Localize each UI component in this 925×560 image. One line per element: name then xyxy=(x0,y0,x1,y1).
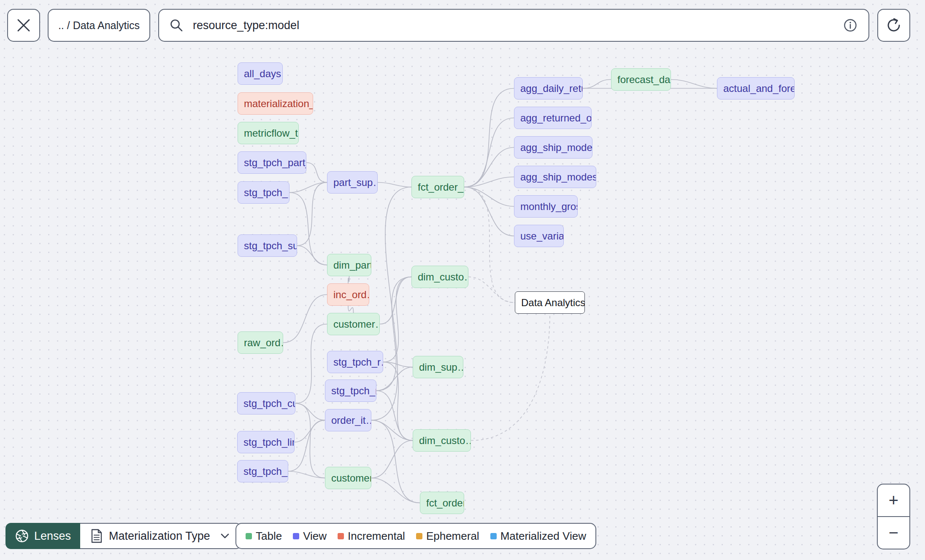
graph-node-agg_ship_ha[interactable]: agg_ship_modes_ha… xyxy=(514,166,596,188)
graph-node-customer1[interactable]: customer… xyxy=(327,313,380,335)
graph-node-monthly[interactable]: monthly_gross… xyxy=(514,195,578,218)
chevron-down-icon xyxy=(219,530,230,541)
info-icon[interactable] xyxy=(842,17,858,33)
lineage-edge-dashed xyxy=(471,314,550,441)
close-icon xyxy=(16,18,31,32)
graph-node-stg_part[interactable]: stg_tpch_part_… xyxy=(238,151,306,174)
lineage-edge xyxy=(295,404,325,478)
lineage-edge xyxy=(376,391,413,441)
breadcrumb[interactable]: .. / Data Analytics xyxy=(48,9,150,42)
graph-node-exposure[interactable]: Data Analytics | … xyxy=(515,291,585,314)
graph-node-use_varia[interactable]: use_varia… xyxy=(514,225,564,247)
lineage-edge xyxy=(671,80,717,89)
lineage-edge xyxy=(297,183,327,246)
graph-node-agg_ship_d[interactable]: agg_ship_modes_d… xyxy=(514,136,592,159)
graph-node-customer2[interactable]: customer… xyxy=(325,467,371,489)
breadcrumb-label: .. / Data Analytics xyxy=(58,19,140,32)
graph-node-dim_custo2[interactable]: dim_custo… xyxy=(413,429,471,452)
lineage-edge xyxy=(464,118,514,187)
lineage-edge xyxy=(383,277,411,362)
graph-node-agg_returned[interactable]: agg_returned_orde… xyxy=(514,107,592,129)
graph-node-stg_r[interactable]: stg_tpch_r… xyxy=(327,351,383,373)
search-bar[interactable]: resource_type:model xyxy=(158,9,869,42)
graph-node-materialization[interactable]: materialization_i… xyxy=(238,92,313,115)
graph-node-agg_daily[interactable]: agg_daily_retur… xyxy=(514,77,583,100)
lineage-edge xyxy=(371,441,413,478)
lineage-edge xyxy=(464,89,514,187)
lineage-edge xyxy=(348,276,349,283)
graph-node-part_sup[interactable]: part_sup… xyxy=(327,171,378,194)
graph-node-raw_ord[interactable]: raw_ord… xyxy=(238,331,283,354)
refresh-button[interactable] xyxy=(877,9,910,42)
graph-node-stg_su[interactable]: stg_tpch_su… xyxy=(238,234,297,257)
graph-node-all_days[interactable]: all_days xyxy=(238,62,283,85)
zoom-controls: + − xyxy=(877,484,910,549)
legend-item: Table xyxy=(246,530,282,543)
search-input[interactable]: resource_type:model xyxy=(193,19,842,32)
zoom-in-button[interactable]: + xyxy=(878,485,909,516)
legend-item: Ephemeral xyxy=(416,530,479,543)
lineage-edge xyxy=(283,295,327,343)
lineage-edge xyxy=(376,277,411,391)
graph-node-inc_ord[interactable]: inc_ord… xyxy=(327,283,369,306)
legend-label: Materialized View xyxy=(500,530,586,543)
search-icon xyxy=(169,18,184,32)
zoom-out-button[interactable]: − xyxy=(878,517,909,549)
lenses-label: Lenses xyxy=(34,530,71,543)
graph-node-stg_n[interactable]: stg_tpch_n… xyxy=(325,380,376,402)
lineage-edge xyxy=(371,478,420,503)
graph-node-dim_parts[interactable]: dim_parts xyxy=(327,254,371,276)
lineage-edge xyxy=(295,420,325,442)
lineage-edge xyxy=(295,324,327,404)
graph-node-metricflow[interactable]: metricflow_ti… xyxy=(238,122,299,144)
legend: TableViewIncrementalEphemeralMaterialize… xyxy=(235,523,596,549)
lineage-edge-dashed xyxy=(464,187,515,303)
lineage-edge xyxy=(371,187,411,420)
legend-item: Incremental xyxy=(338,530,405,543)
lineage-edge xyxy=(378,183,411,187)
document-icon xyxy=(90,529,103,543)
lineage-edge xyxy=(464,187,514,207)
lineage-edge xyxy=(297,246,327,265)
graph-node-fct_order_i[interactable]: fct_order_i… xyxy=(411,176,464,198)
graph-node-forecast[interactable]: forecast_daily… xyxy=(611,68,671,91)
graph-node-stg_lin[interactable]: stg_tpch_lin… xyxy=(237,431,295,453)
legend-swatch xyxy=(338,533,344,539)
lineage-edge xyxy=(380,277,411,324)
legend-item: View xyxy=(293,530,327,543)
lineage-edge xyxy=(295,404,325,420)
lens-selector-label: Materialization Type xyxy=(109,530,210,543)
legend-swatch xyxy=(490,533,497,539)
graph-node-stg_2[interactable]: stg_tpch_… xyxy=(237,460,288,482)
lineage-edge xyxy=(371,420,413,441)
graph-node-order_it[interactable]: order_it… xyxy=(325,409,371,431)
graph-node-fct_orders[interactable]: fct_orders xyxy=(420,492,464,514)
lineage-edge xyxy=(348,306,354,313)
lenses-button[interactable]: Lenses xyxy=(5,523,80,549)
graph-node-actual[interactable]: actual_and_foreca… xyxy=(717,77,795,100)
lens-selector[interactable]: Materialization Type xyxy=(80,523,241,549)
legend-label: Incremental xyxy=(348,530,405,543)
legend-label: Table xyxy=(256,530,282,543)
lineage-edge xyxy=(306,163,327,183)
legend-swatch xyxy=(416,533,422,539)
refresh-icon xyxy=(885,17,902,34)
graph-node-stg_cu[interactable]: stg_tpch_cu… xyxy=(237,392,295,415)
graph-node-stg_1[interactable]: stg_tpch_… xyxy=(238,181,289,204)
lineage-edge xyxy=(583,80,611,89)
close-button[interactable] xyxy=(7,9,40,42)
legend-label: View xyxy=(303,530,327,543)
legend-swatch xyxy=(246,533,252,539)
graph-node-dim_sup[interactable]: dim_sup… xyxy=(413,356,463,378)
legend-item: Materialized View xyxy=(490,530,586,543)
legend-swatch xyxy=(293,533,299,539)
aperture-icon xyxy=(15,529,29,543)
graph-node-dim_custo1[interactable]: dim_custo… xyxy=(411,266,468,288)
lenses-control: Lenses Materialization Type xyxy=(5,523,241,549)
legend-label: Ephemeral xyxy=(426,530,479,543)
lineage-edge xyxy=(464,187,514,236)
